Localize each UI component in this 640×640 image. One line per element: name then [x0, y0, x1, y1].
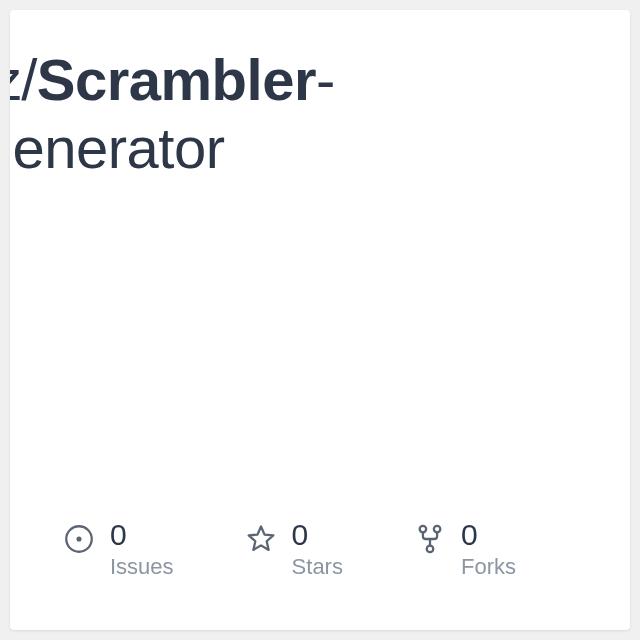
stars-count: 0 [292, 520, 343, 550]
repo-name-bold-1: Scrambler [37, 47, 316, 112]
owner-fragment: inzz [10, 47, 21, 112]
issues-text: 0 Issues [110, 520, 174, 578]
owner-repo-separator: / [21, 47, 37, 112]
repo-title-block: inzz/Scrambler- rd-Generator [10, 10, 630, 183]
svg-point-3 [434, 526, 441, 533]
repo-title[interactable]: inzz/Scrambler- rd-Generator [10, 46, 630, 183]
issues-label: Issues [110, 556, 174, 578]
svg-point-4 [427, 546, 434, 553]
repo-title-line-1: inzz/Scrambler- [10, 46, 630, 114]
svg-point-1 [76, 536, 81, 541]
star-icon [244, 522, 278, 556]
repo-title-line-2: rd-Generator [10, 114, 630, 182]
issues-icon [62, 522, 96, 556]
forks-label: Forks [461, 556, 516, 578]
repo-card: inzz/Scrambler- rd-Generator 0 Issues [10, 10, 630, 630]
stars-stat[interactable]: 0 Stars [244, 520, 343, 578]
issues-stat[interactable]: 0 Issues [62, 520, 174, 578]
stars-text: 0 Stars [292, 520, 343, 578]
issues-count: 0 [110, 520, 174, 550]
forks-text: 0 Forks [461, 520, 516, 578]
repo-stats-row: 0 Issues 0 Stars [10, 520, 630, 578]
fork-icon [413, 522, 447, 556]
svg-point-2 [420, 526, 427, 533]
repo-name-rest-2: -Generator [10, 115, 224, 180]
forks-stat[interactable]: 0 Forks [413, 520, 516, 578]
stars-label: Stars [292, 556, 343, 578]
repo-name-trail-1: - [316, 47, 335, 112]
forks-count: 0 [461, 520, 516, 550]
